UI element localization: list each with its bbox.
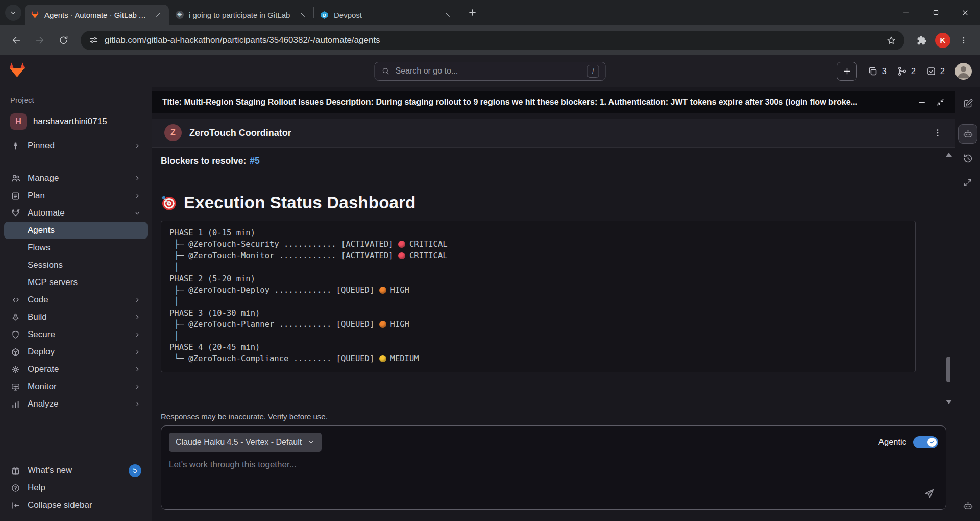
search-icon: [381, 66, 390, 76]
merge-requests-indicator[interactable]: 2: [897, 66, 916, 77]
code-line: ├─ @ZeroTouch-Planner ........... [QUEUE…: [169, 319, 908, 330]
chevron-right-icon: [133, 313, 141, 321]
merge-request-icon: [897, 66, 908, 77]
sidebar-item-code[interactable]: Code: [4, 291, 148, 309]
extensions-button[interactable]: [912, 30, 932, 51]
browser-tab-devpost[interactable]: D Devpost: [314, 5, 458, 25]
tab-close-button[interactable]: [442, 9, 453, 20]
collapse-sidebar-button[interactable]: Collapse sidebar: [4, 496, 148, 514]
monitor-icon: [10, 382, 21, 392]
status-level: HIGH: [390, 286, 409, 295]
sidebar-item-secure[interactable]: Secure: [4, 326, 148, 343]
back-arrow-icon: [11, 35, 22, 46]
expand-panel-button[interactable]: [959, 174, 977, 192]
bookmark-star-icon[interactable]: [886, 35, 896, 45]
pin-icon: [10, 141, 21, 151]
browser-profile-avatar[interactable]: K: [935, 33, 950, 48]
sidebar-item-label: Automate: [28, 208, 65, 218]
agent-header: Z ZeroTouch Coordinator: [152, 119, 955, 148]
history-button[interactable]: [959, 149, 977, 168]
sidebar-item-deploy[interactable]: Deploy: [4, 343, 148, 361]
sidebar-item-analyze[interactable]: Analyze: [4, 395, 148, 413]
scrollbar-thumb[interactable]: [946, 357, 950, 382]
plus-icon: [468, 8, 477, 17]
merge-requests-count: 2: [911, 66, 916, 76]
svg-text:D: D: [323, 12, 326, 17]
sidebar-item-monitor[interactable]: Monitor: [4, 378, 148, 395]
status-dot-icon: [379, 287, 386, 294]
agent-menu-button[interactable]: [933, 128, 943, 138]
chat-favicon: ✳: [175, 11, 184, 19]
tab-close-button[interactable]: [297, 9, 308, 20]
duo-chat-button[interactable]: [959, 496, 977, 515]
sidebar-item-plan[interactable]: Plan: [4, 187, 148, 204]
agentic-label: Agentic: [878, 437, 906, 447]
sidebar-item-label: Build: [28, 312, 47, 322]
sidebar-item-label: Code: [28, 295, 48, 305]
sidebar-item-operate[interactable]: Operate: [4, 361, 148, 378]
browser-menu-button[interactable]: [953, 30, 974, 51]
agentic-toggle[interactable]: [913, 436, 938, 448]
sidebar-item-label: Operate: [28, 364, 59, 374]
sidebar-item-label: Pinned: [28, 140, 55, 151]
user-avatar[interactable]: [955, 63, 972, 80]
sidebar-item-flows[interactable]: Flows: [4, 239, 148, 256]
issues-count: 3: [881, 66, 886, 76]
new-tab-button[interactable]: [463, 4, 481, 21]
banner-collapse-button[interactable]: [936, 98, 945, 107]
sidebar-item-pinned[interactable]: Pinned: [4, 137, 148, 154]
sidebar-item-mcp-servers[interactable]: MCP servers: [4, 274, 148, 291]
scroll-down-button[interactable]: [946, 400, 952, 404]
close-button[interactable]: [950, 0, 980, 25]
sidebar-item-help[interactable]: Help: [4, 479, 148, 496]
address-bar[interactable]: gitlab.com/gitlab-ai-hackathon/participa…: [81, 31, 904, 50]
tab-close-button[interactable]: [153, 9, 164, 20]
browser-tab-chat[interactable]: ✳ i going to participate in GitLab: [169, 5, 313, 25]
site-info-icon[interactable]: [89, 35, 99, 45]
chat-input[interactable]: [169, 460, 628, 492]
gitlab-logo[interactable]: [8, 61, 26, 81]
code-line: │: [169, 330, 908, 342]
reload-button[interactable]: [53, 30, 74, 51]
code-line: ├─ @ZeroTouch-Monitor ............ [ACTI…: [169, 250, 908, 262]
ai-disclaimer: Responses may be inaccurate. Verify befo…: [152, 408, 955, 425]
banner-minimize-button[interactable]: [917, 98, 926, 107]
todos-indicator[interactable]: 2: [926, 66, 945, 77]
maximize-button[interactable]: [921, 0, 950, 25]
sidebar-item-automate[interactable]: Automate: [4, 204, 148, 222]
sidebar-item-label: MCP servers: [28, 277, 78, 288]
status-level: CRITICAL: [409, 240, 448, 249]
sidebar-item-sessions[interactable]: Sessions: [4, 256, 148, 274]
context-banner[interactable]: Title: Multi-Region Staging Rollout Issu…: [152, 91, 955, 113]
global-search[interactable]: Search or go to... /: [375, 62, 606, 81]
forward-button[interactable]: [30, 30, 50, 51]
back-button[interactable]: [6, 30, 27, 51]
status-dot-icon: [398, 252, 405, 259]
sidebar-item-build[interactable]: Build: [4, 309, 148, 326]
minimize-button[interactable]: [891, 0, 921, 25]
new-chat-button[interactable]: [959, 94, 977, 112]
project-switcher[interactable]: H harshavarthini0715: [4, 110, 148, 133]
agents-panel-button[interactable]: [959, 125, 977, 143]
browser-tab-gitlab[interactable]: Agents · Automate · GitLab AI H: [24, 5, 169, 25]
agent-avatar: Z: [164, 124, 182, 141]
rocket-icon: [10, 313, 21, 322]
blockers-issue-link[interactable]: #5: [250, 156, 259, 166]
toggle-knob: [927, 438, 937, 447]
whats-new-badge: 5: [129, 464, 141, 477]
sidebar-item-manage[interactable]: Manage: [4, 170, 148, 187]
send-button[interactable]: [919, 484, 939, 503]
sidebar-item-label: Collapse sidebar: [28, 500, 92, 510]
sidebar-item-whats-new[interactable]: What's new 5: [4, 462, 148, 479]
create-new-button[interactable]: [837, 62, 857, 81]
issues-indicator[interactable]: 3: [867, 66, 886, 77]
tab-search-button[interactable]: [5, 5, 21, 21]
sidebar-item-agents[interactable]: Agents: [4, 222, 148, 239]
minus-icon: [917, 98, 926, 107]
model-selector-label: Claude Haiku 4.5 - Vertex - Default: [176, 438, 302, 447]
scroll-up-button[interactable]: [946, 153, 952, 157]
dashboard-heading: Execution Status Dashboard: [161, 193, 933, 212]
gitlab-topbar: Search or go to... / 3 2 2: [0, 55, 980, 87]
chevron-right-icon: [133, 296, 141, 304]
model-selector-button[interactable]: Claude Haiku 4.5 - Vertex - Default: [169, 433, 322, 452]
